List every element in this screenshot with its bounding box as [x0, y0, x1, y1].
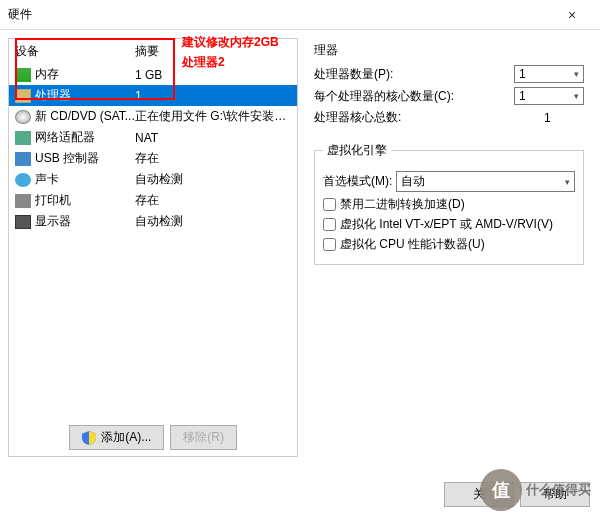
header-device: 设备	[15, 43, 135, 60]
value-total-cores: 1	[544, 111, 584, 125]
device-icon	[15, 89, 31, 103]
chevron-down-icon: ▾	[574, 91, 579, 101]
row-proc-count: 处理器数量(P): 1 ▾	[314, 65, 584, 83]
help-button[interactable]: 帮助	[520, 482, 590, 507]
chevron-down-icon: ▾	[565, 177, 570, 187]
shield-icon	[82, 431, 96, 445]
device-row[interactable]: 新 CD/DVD (SAT... 正在使用文件 G:\软件安装包\系统文...	[9, 106, 297, 127]
label-virt-mode: 首选模式(M):	[323, 173, 392, 190]
device-icon	[15, 194, 31, 208]
processor-group-label: 理器	[314, 42, 584, 59]
device-row[interactable]: 声卡 自动检测	[9, 169, 297, 190]
device-summary: 1	[135, 89, 291, 103]
dropdown-proc-count[interactable]: 1 ▾	[514, 65, 584, 83]
device-name: 声卡	[35, 171, 135, 188]
device-name: 新 CD/DVD (SAT...	[35, 108, 135, 125]
device-icon	[15, 152, 31, 166]
checkbox-vtx[interactable]	[323, 218, 336, 231]
device-icon	[15, 110, 31, 124]
settings-panel: 理器 处理器数量(P): 1 ▾ 每个处理器的核心数量(C): 1 ▾ 处理器核…	[306, 38, 592, 457]
device-row[interactable]: 打印机 存在	[9, 190, 297, 211]
dropdown-virt-mode[interactable]: 自动 ▾	[396, 171, 575, 192]
device-row[interactable]: 显示器 自动检测	[9, 211, 297, 232]
dropdown-cores-per[interactable]: 1 ▾	[514, 87, 584, 105]
device-icon	[15, 173, 31, 187]
checkbox-perf-counter[interactable]	[323, 238, 336, 251]
device-icon	[15, 131, 31, 145]
device-name: 显示器	[35, 213, 135, 230]
footer-buttons: 关 帮助	[444, 482, 590, 507]
titlebar: 硬件 ×	[0, 0, 600, 30]
device-name: 打印机	[35, 192, 135, 209]
close-icon[interactable]: ×	[552, 7, 592, 23]
device-summary: NAT	[135, 131, 291, 145]
device-summary: 正在使用文件 G:\软件安装包\系统文...	[135, 108, 291, 125]
device-summary: 自动检测	[135, 171, 291, 188]
cb-perf-counter: 虚拟化 CPU 性能计数器(U)	[323, 236, 575, 253]
device-summary: 存在	[135, 192, 291, 209]
close-button[interactable]: 关	[444, 482, 514, 507]
header-summary: 摘要	[135, 43, 291, 60]
device-icon	[15, 215, 31, 229]
device-name: USB 控制器	[35, 150, 135, 167]
virtualization-group: 虚拟化引擎 首选模式(M): 自动 ▾ 禁用二进制转换加速(D) 虚拟化 Int…	[314, 142, 584, 265]
device-summary: 自动检测	[135, 213, 291, 230]
device-icon	[15, 68, 31, 82]
cb-disable-binary: 禁用二进制转换加速(D)	[323, 196, 575, 213]
device-buttons: 添加(A)... 移除(R)	[9, 419, 297, 456]
device-row[interactable]: 处理器 1	[9, 85, 297, 106]
device-row[interactable]: 内存 1 GB	[9, 64, 297, 85]
label-proc-count: 处理器数量(P):	[314, 66, 514, 83]
row-virt-mode: 首选模式(M): 自动 ▾	[323, 171, 575, 192]
cb-vtx: 虚拟化 Intel VT-x/EPT 或 AMD-V/RVI(V)	[323, 216, 575, 233]
device-name: 处理器	[35, 87, 135, 104]
row-cores-per: 每个处理器的核心数量(C): 1 ▾	[314, 87, 584, 105]
virt-legend: 虚拟化引擎	[323, 142, 391, 159]
label-cores-per: 每个处理器的核心数量(C):	[314, 88, 514, 105]
label-total-cores: 处理器核心总数:	[314, 109, 544, 126]
checkbox-disable-binary[interactable]	[323, 198, 336, 211]
content: 设备 摘要 内存 1 GB 处理器 1 新 CD/DVD (SAT... 正在使…	[0, 30, 600, 465]
row-total-cores: 处理器核心总数: 1	[314, 109, 584, 126]
device-name: 网络适配器	[35, 129, 135, 146]
chevron-down-icon: ▾	[574, 69, 579, 79]
window-title: 硬件	[8, 6, 552, 23]
device-row[interactable]: 网络适配器 NAT	[9, 127, 297, 148]
device-list-header: 设备 摘要	[9, 39, 297, 64]
device-panel: 设备 摘要 内存 1 GB 处理器 1 新 CD/DVD (SAT... 正在使…	[8, 38, 298, 457]
device-summary: 存在	[135, 150, 291, 167]
device-name: 内存	[35, 66, 135, 83]
remove-button: 移除(R)	[170, 425, 237, 450]
device-summary: 1 GB	[135, 68, 291, 82]
device-row[interactable]: USB 控制器 存在	[9, 148, 297, 169]
device-list: 设备 摘要 内存 1 GB 处理器 1 新 CD/DVD (SAT... 正在使…	[9, 39, 297, 419]
add-button[interactable]: 添加(A)...	[69, 425, 164, 450]
